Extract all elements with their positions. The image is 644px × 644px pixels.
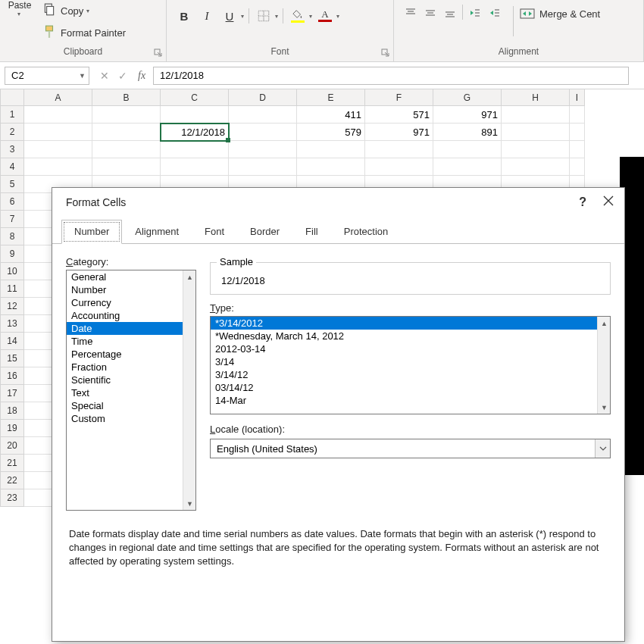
column-header-D[interactable]: D [229, 89, 297, 106]
category-item-fraction[interactable]: Fraction [67, 361, 195, 374]
category-listbox[interactable]: GeneralNumberCurrencyAccountingDateTimeP… [66, 270, 196, 511]
cell-A2[interactable] [24, 123, 92, 141]
row-header-20[interactable]: 20 [0, 437, 24, 455]
row-header-18[interactable]: 18 [0, 402, 24, 420]
tab-fill[interactable]: Fill [292, 220, 331, 243]
row-header-22[interactable]: 22 [0, 472, 24, 489]
cell-D3[interactable] [229, 141, 297, 158]
name-box[interactable]: C2 ▼ [5, 67, 89, 85]
category-item-number[interactable]: Number [67, 283, 195, 296]
close-button[interactable] [603, 195, 614, 209]
row-header-6[interactable]: 6 [0, 193, 24, 211]
cell-F3[interactable] [365, 141, 433, 158]
cell-C3[interactable] [161, 141, 229, 158]
cell-H4[interactable] [502, 158, 570, 176]
row-header-3[interactable]: 3 [0, 141, 24, 158]
row-header-1[interactable]: 1 [0, 106, 24, 123]
font-color-dropdown-icon[interactable]: ▾ [336, 13, 339, 20]
cell-A1[interactable] [24, 106, 92, 123]
type-listbox[interactable]: *3/14/2012*Wednesday, March 14, 20122012… [210, 316, 611, 414]
locale-dropdown-button[interactable] [595, 439, 610, 458]
cell-C4[interactable] [161, 158, 229, 176]
category-item-date[interactable]: Date [67, 322, 195, 335]
cell-E3[interactable] [297, 141, 365, 158]
category-item-percentage[interactable]: Percentage [67, 348, 195, 361]
column-header-C[interactable]: C [161, 89, 229, 106]
cell-D4[interactable] [229, 158, 297, 176]
type-item[interactable]: 3/14 [211, 355, 610, 368]
cell-A4[interactable] [24, 158, 92, 176]
underline-dropdown-icon[interactable]: ▾ [241, 13, 244, 20]
align-bottom-button[interactable] [441, 5, 459, 21]
cell-F4[interactable] [365, 158, 433, 176]
row-header-5[interactable]: 5 [0, 176, 24, 193]
cell-E2[interactable]: 579 [297, 123, 365, 141]
row-header-12[interactable]: 12 [0, 298, 24, 315]
category-item-scientific[interactable]: Scientific [67, 374, 195, 386]
category-scrollbar[interactable]: ▲ ▼ [183, 270, 195, 510]
row-header-23[interactable]: 23 [0, 489, 24, 507]
italic-button[interactable]: I [197, 7, 217, 25]
column-header-E[interactable]: E [297, 89, 365, 106]
cell-C2[interactable]: 12/1/2018 [161, 123, 229, 141]
cell-B4[interactable] [92, 158, 161, 176]
row-header-10[interactable]: 10 [0, 263, 24, 280]
cell-H2[interactable] [502, 123, 570, 141]
column-header-A[interactable]: A [24, 89, 92, 106]
scroll-up-icon[interactable]: ▲ [183, 270, 196, 283]
cell-I4[interactable] [570, 158, 585, 176]
locale-combobox[interactable]: English (United States) [210, 439, 611, 458]
cell-G1[interactable]: 971 [433, 106, 502, 123]
type-item[interactable]: 3/14/12 [211, 368, 610, 381]
tab-number[interactable]: Number [61, 220, 122, 244]
row-header-16[interactable]: 16 [0, 367, 24, 385]
cell-H3[interactable] [502, 141, 570, 158]
merge-center-button[interactable]: Merge & Cent [515, 5, 605, 23]
name-box-dropdown-icon[interactable]: ▼ [79, 72, 86, 80]
font-dialog-launcher[interactable] [381, 48, 390, 58]
cell-E4[interactable] [297, 158, 365, 176]
type-item[interactable]: 2012-03-14 [211, 342, 610, 355]
clipboard-dialog-launcher[interactable] [154, 48, 163, 58]
tab-border[interactable]: Border [237, 220, 292, 243]
formula-input[interactable]: 12/1/2018 [153, 67, 629, 85]
cell-E1[interactable]: 411 [297, 106, 365, 123]
cell-A3[interactable] [24, 141, 92, 158]
row-header-15[interactable]: 15 [0, 350, 24, 367]
row-header-7[interactable]: 7 [0, 211, 24, 228]
row-header-14[interactable]: 14 [0, 333, 24, 350]
row-header-17[interactable]: 17 [0, 385, 24, 402]
type-item[interactable]: 14-Mar [211, 394, 610, 407]
row-header-19[interactable]: 19 [0, 420, 24, 437]
cell-I3[interactable] [570, 141, 585, 158]
category-item-time[interactable]: Time [67, 335, 195, 348]
bold-button[interactable]: B [174, 7, 194, 25]
cell-G2[interactable]: 891 [433, 123, 502, 141]
borders-button[interactable] [254, 7, 274, 25]
tab-alignment[interactable]: Alignment [122, 220, 192, 243]
cell-B1[interactable] [92, 106, 161, 123]
row-header-21[interactable]: 21 [0, 455, 24, 472]
row-header-11[interactable]: 11 [0, 280, 24, 298]
scroll-up-icon[interactable]: ▲ [598, 317, 611, 330]
cancel-formula-icon[interactable]: ✕ [100, 70, 109, 82]
help-button[interactable]: ? [579, 195, 586, 209]
row-header-9[interactable]: 9 [0, 245, 24, 263]
cell-F1[interactable]: 571 [365, 106, 433, 123]
align-middle-button[interactable] [421, 5, 439, 21]
decrease-indent-button[interactable] [466, 5, 484, 21]
type-item[interactable]: 03/14/12 [211, 381, 610, 394]
cell-H1[interactable] [502, 106, 570, 123]
font-color-button[interactable]: A [315, 7, 335, 25]
row-header-13[interactable]: 13 [0, 315, 24, 333]
row-header-2[interactable]: 2 [0, 123, 24, 141]
borders-dropdown-icon[interactable]: ▾ [275, 13, 278, 20]
cell-F2[interactable]: 971 [365, 123, 433, 141]
column-header-H[interactable]: H [502, 89, 570, 106]
select-all-corner[interactable] [0, 89, 24, 106]
cell-B2[interactable] [92, 123, 161, 141]
cell-G4[interactable] [433, 158, 502, 176]
insert-function-button[interactable]: fx [138, 70, 153, 82]
cell-G3[interactable] [433, 141, 502, 158]
column-header-G[interactable]: G [433, 89, 502, 106]
